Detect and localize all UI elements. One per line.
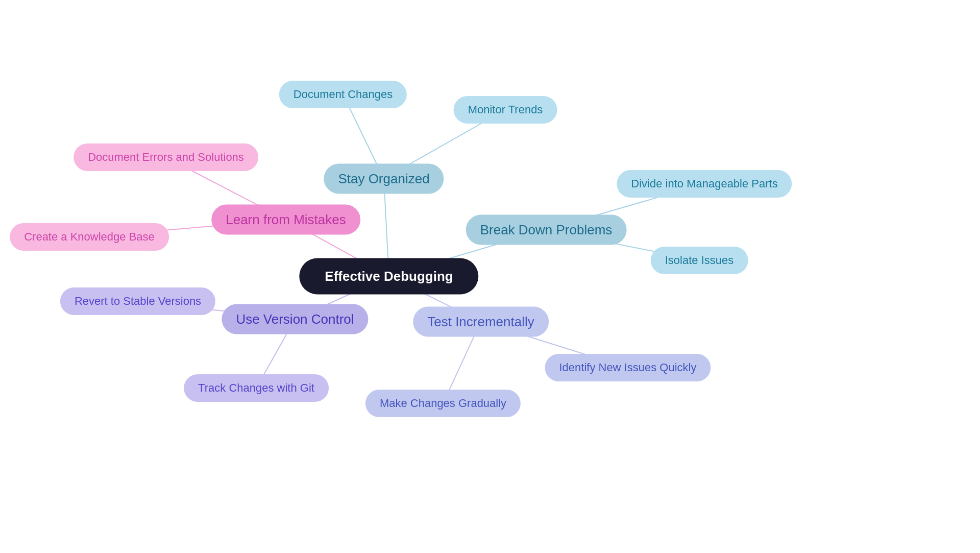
mindmap-connections xyxy=(0,0,980,553)
node-document-errors[interactable]: Document Errors and Solutions xyxy=(74,143,258,171)
node-identify-issues[interactable]: Identify New Issues Quickly xyxy=(545,354,711,381)
node-monitor-trends[interactable]: Monitor Trends xyxy=(454,96,557,124)
node-use-version-control[interactable]: Use Version Control xyxy=(222,304,368,334)
node-revert-stable[interactable]: Revert to Stable Versions xyxy=(60,287,215,315)
node-document-changes[interactable]: Document Changes xyxy=(279,81,407,108)
node-learn-from-mistakes[interactable]: Learn from Mistakes xyxy=(211,205,360,235)
node-make-changes[interactable]: Make Changes Gradually xyxy=(365,390,521,417)
node-break-down-problems[interactable]: Break Down Problems xyxy=(466,215,627,245)
node-create-knowledge[interactable]: Create a Knowledge Base xyxy=(10,223,169,251)
node-isolate-issues[interactable]: Isolate Issues xyxy=(651,247,748,274)
node-track-git[interactable]: Track Changes with Git xyxy=(184,374,329,402)
node-test-incrementally[interactable]: Test Incrementally xyxy=(413,307,549,337)
center-node[interactable]: Effective Debugging xyxy=(299,258,478,295)
node-divide-manageable[interactable]: Divide into Manageable Parts xyxy=(617,170,792,198)
node-stay-organized[interactable]: Stay Organized xyxy=(324,164,444,194)
